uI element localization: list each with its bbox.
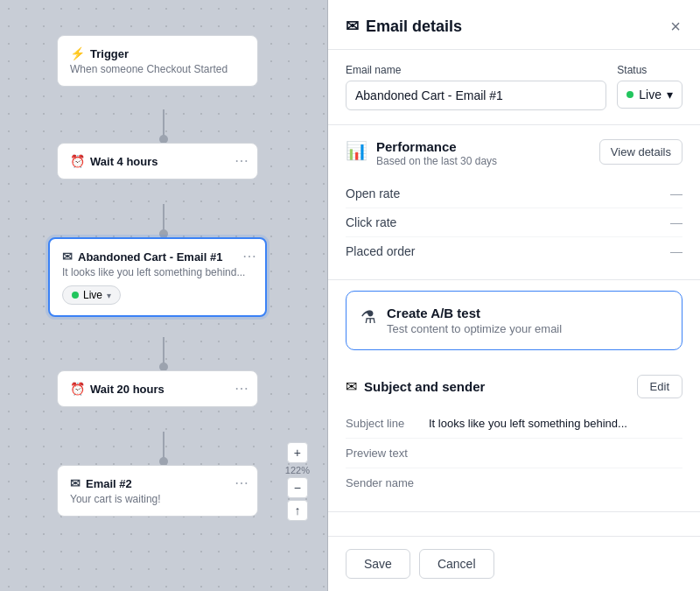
wait1-title: Wait 4 hours bbox=[90, 155, 158, 168]
subject-section-icon: ✉ bbox=[346, 378, 357, 395]
trigger-title: Trigger bbox=[90, 47, 129, 60]
wait1-node[interactable]: ⏰ Wait 4 hours ⋯ bbox=[57, 143, 258, 179]
email1-title: Abandoned Cart - Email #1 bbox=[78, 250, 222, 264]
email2-node[interactable]: ✉ Email #2 Your cart is waiting! ⋯ bbox=[57, 465, 258, 517]
connector-line-1 bbox=[163, 109, 164, 136]
wait1-icon: ⏰ bbox=[70, 154, 85, 168]
cancel-button[interactable]: Cancel bbox=[419, 549, 494, 579]
status-dropdown[interactable]: Live ▾ bbox=[617, 81, 682, 109]
wait2-menu[interactable]: ⋯ bbox=[234, 380, 248, 397]
stat-value-click-rate: — bbox=[670, 215, 682, 229]
email1-badge[interactable]: Live ▾ bbox=[62, 285, 121, 305]
ab-test-title: Create A/B test bbox=[387, 306, 562, 320]
stat-row-open-rate: Open rate — bbox=[346, 179, 682, 208]
performance-icon: 📊 bbox=[346, 140, 368, 161]
email2-icon: ✉ bbox=[70, 476, 80, 490]
preview-text-row: Preview text bbox=[346, 439, 682, 468]
sender-name-row: Sender name bbox=[346, 468, 682, 497]
performance-section: 📊 Performance Based on the last 30 days … bbox=[328, 125, 700, 280]
ab-test-icon: ⚗ bbox=[360, 306, 376, 327]
subject-section-title: Subject and sender bbox=[364, 379, 485, 394]
email-name-input[interactable] bbox=[346, 81, 606, 110]
status-arrow-icon: ▾ bbox=[667, 88, 673, 102]
email2-menu[interactable]: ⋯ bbox=[234, 475, 248, 491]
stat-value-placed-order: — bbox=[670, 244, 682, 258]
panel-title-text: Email details bbox=[366, 18, 462, 36]
subject-header: ✉ Subject and sender Edit bbox=[346, 375, 682, 398]
connector-line-3 bbox=[163, 337, 164, 363]
status-value: Live bbox=[639, 88, 662, 102]
subject-line-row: Subject line It looks like you left some… bbox=[346, 409, 682, 439]
sender-name-label: Sender name bbox=[346, 476, 429, 489]
panel-title: ✉ Email details bbox=[346, 17, 462, 36]
stat-label-placed-order: Placed order bbox=[346, 244, 415, 258]
stat-row-placed-order: Placed order — bbox=[346, 237, 682, 265]
wait2-icon: ⏰ bbox=[70, 382, 85, 396]
right-panel: ✉ Email details × Email name Status Live… bbox=[328, 0, 700, 591]
bottom-actions: Save Cancel bbox=[328, 536, 700, 591]
status-group: Status Live ▾ bbox=[617, 64, 682, 109]
status-label: Status bbox=[617, 64, 682, 76]
stat-label-click-rate: Click rate bbox=[346, 215, 396, 229]
trigger-node[interactable]: ⚡ Trigger When someone Checkout Started bbox=[57, 35, 258, 87]
email-name-label: Email name bbox=[346, 64, 606, 76]
view-details-button[interactable]: View details bbox=[599, 139, 682, 165]
connector-line-4 bbox=[163, 432, 164, 458]
performance-subtitle: Based on the last 30 days bbox=[376, 155, 497, 167]
badge-arrow-icon: ▾ bbox=[107, 291, 111, 300]
zoom-label: 122% bbox=[285, 465, 310, 475]
connector-line-2 bbox=[163, 204, 164, 230]
wait2-node[interactable]: ⏰ Wait 20 hours ⋯ bbox=[57, 370, 258, 407]
performance-stats: Open rate — Click rate — Placed order — bbox=[346, 179, 682, 265]
save-button[interactable]: Save bbox=[346, 549, 410, 579]
stat-row-click-rate: Click rate — bbox=[346, 208, 682, 237]
email1-menu[interactable]: ⋯ bbox=[242, 248, 256, 264]
email1-icon: ✉ bbox=[62, 250, 73, 264]
zoom-reset-button[interactable]: ↑ bbox=[287, 500, 308, 521]
email-name-group: Email name bbox=[346, 64, 606, 110]
trigger-icon: ⚡ bbox=[70, 46, 85, 60]
zoom-out-button[interactable]: − bbox=[287, 477, 308, 498]
subject-sender-section: ✉ Subject and sender Edit Subject line I… bbox=[328, 361, 700, 512]
close-button[interactable]: × bbox=[668, 16, 682, 37]
subject-line-label: Subject line bbox=[346, 417, 429, 430]
panel-title-icon: ✉ bbox=[346, 17, 359, 36]
email1-subtitle: It looks like you left something behind.… bbox=[62, 266, 253, 278]
workflow-canvas: ⚡ Trigger When someone Checkout Started … bbox=[0, 0, 328, 591]
ab-test-subtitle: Test content to optimize your email bbox=[387, 322, 562, 335]
stat-label-open-rate: Open rate bbox=[346, 186, 400, 201]
performance-title: Performance bbox=[376, 139, 497, 154]
status-dot bbox=[626, 91, 634, 98]
ab-test-card[interactable]: ⚗ Create A/B test Test content to optimi… bbox=[346, 291, 682, 350]
subject-fields: Subject line It looks like you left some… bbox=[346, 409, 682, 497]
live-indicator bbox=[72, 292, 79, 299]
live-label: Live bbox=[83, 289, 102, 301]
stat-value-open-rate: — bbox=[670, 186, 682, 201]
preview-text-label: Preview text bbox=[346, 447, 429, 460]
section-title-row: ✉ Subject and sender bbox=[346, 378, 485, 395]
performance-header: 📊 Performance Based on the last 30 days … bbox=[346, 139, 682, 167]
email-name-section: Email name Status Live ▾ bbox=[328, 50, 700, 125]
wait1-menu[interactable]: ⋯ bbox=[234, 152, 248, 169]
email1-node[interactable]: ✉ Abandoned Cart - Email #1 It looks lik… bbox=[48, 237, 267, 317]
perf-title-block: 📊 Performance Based on the last 30 days bbox=[346, 139, 497, 167]
email2-subtitle: Your cart is waiting! bbox=[70, 493, 245, 505]
zoom-in-button[interactable]: + bbox=[287, 442, 308, 463]
email2-title: Email #2 bbox=[86, 477, 132, 490]
edit-button[interactable]: Edit bbox=[637, 375, 682, 398]
zoom-controls: + 122% − ↑ bbox=[285, 442, 310, 521]
trigger-subtitle: When someone Checkout Started bbox=[70, 63, 245, 75]
wait2-title: Wait 20 hours bbox=[90, 383, 164, 396]
subject-line-value: It looks like you left something behind.… bbox=[429, 417, 627, 430]
panel-header: ✉ Email details × bbox=[328, 0, 700, 50]
